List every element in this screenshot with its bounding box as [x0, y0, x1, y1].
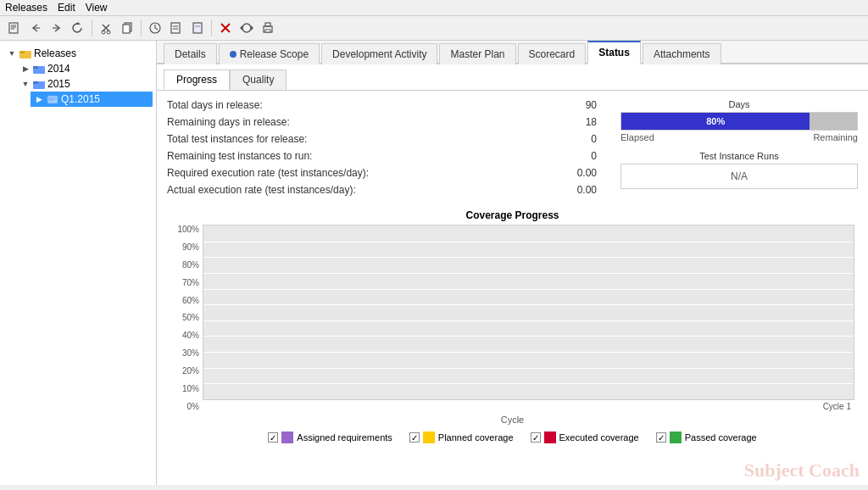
menu-view[interactable]: View — [86, 2, 108, 14]
test-runs-section: Test Instance Runs N/A — [620, 151, 858, 189]
main-layout: ▼ Releases ▶ 2014 ▼ — [0, 41, 868, 485]
chart-legend: ✓ Assigned requirements ✓ Planned covera… — [170, 432, 854, 443]
stat-remaining-days-label: Remaining days in release: — [167, 116, 553, 128]
chart-title: Coverage Progress — [170, 209, 854, 221]
stats-left: Total days in release: 90 Remaining days… — [167, 99, 604, 201]
stat-remaining-test-label: Remaining test instances to run: — [167, 150, 553, 162]
tab-bar: Details Release Scope Development Activi… — [157, 41, 868, 64]
svg-rect-29 — [33, 66, 38, 69]
stat-actual-rate: Actual execution rate (test instances/da… — [167, 184, 604, 196]
menu-bar: Releases Edit View — [0, 0, 868, 16]
y-label-100: 100% — [177, 225, 199, 234]
svg-rect-31 — [33, 81, 38, 84]
days-bar: 80% — [620, 112, 858, 131]
toolbar — [0, 16, 868, 41]
tab-attachments[interactable]: Attachments — [643, 43, 721, 64]
stat-remaining-days: Remaining days in release: 18 — [167, 116, 604, 128]
2014-folder-icon — [32, 63, 46, 75]
legend-passed-label: Passed coverage — [685, 432, 757, 443]
toolbar-cut[interactable] — [97, 19, 115, 37]
chart-x-axis: Cycle — [170, 415, 854, 425]
toolbar-copy[interactable] — [118, 19, 136, 37]
toolbar-sync[interactable] — [237, 19, 256, 37]
test-runs-value: N/A — [731, 170, 748, 182]
svg-rect-17 — [193, 23, 202, 33]
legend-planned: ✓ Planned coverage — [409, 432, 514, 443]
days-elapsed-bar: 80% — [621, 113, 810, 130]
y-label-0: 0% — [187, 402, 199, 411]
toolbar-back[interactable] — [26, 19, 45, 37]
toolbar-delete[interactable] — [216, 19, 235, 37]
legend-planned-color — [423, 432, 435, 443]
tab-release-scope[interactable]: Release Scope — [219, 43, 320, 64]
legend-executed-check[interactable]: ✓ — [531, 432, 541, 443]
stat-total-days-label: Total days in release: — [167, 99, 553, 111]
2014-toggle[interactable]: ▶ — [20, 64, 31, 74]
toolbar-new[interactable] — [5, 19, 24, 37]
releases-toggle[interactable]: ▼ — [7, 48, 17, 58]
tab-status[interactable]: Status — [587, 41, 641, 64]
2015-toggle[interactable]: ▼ — [20, 79, 31, 89]
legend-assigned-label: Assigned requirements — [297, 432, 392, 443]
stats-right: Days 80% Elapsed Remaining — [620, 99, 858, 201]
svg-rect-25 — [265, 30, 270, 32]
toolbar-forward[interactable] — [47, 19, 66, 37]
2015-label: 2015 — [47, 78, 70, 90]
chart-section: Coverage Progress 100% 90% 80% 70% 60% 5… — [167, 209, 858, 443]
chart-area: 100% 90% 80% 70% 60% 50% 40% 30% 20% 10%… — [170, 225, 854, 411]
svg-rect-0 — [9, 23, 18, 33]
stat-total-days-value: 90 — [553, 99, 604, 111]
test-runs-box: N/A — [620, 164, 858, 189]
toolbar-sep-2 — [141, 19, 142, 36]
sub-tab-quality[interactable]: Quality — [230, 70, 287, 90]
legend-passed-color — [670, 432, 682, 443]
y-label-20: 20% — [182, 366, 199, 376]
stat-total-test-value: 0 — [553, 133, 604, 145]
svg-rect-12 — [123, 25, 130, 33]
sidebar-item-2014[interactable]: ▶ 2014 — [17, 61, 153, 76]
tab-scorecard[interactable]: Scorecard — [518, 43, 587, 64]
tab-dev-activity[interactable]: Development Activity — [321, 43, 437, 64]
toolbar-print[interactable] — [259, 19, 277, 37]
days-section: Days 80% Elapsed Remaining — [620, 99, 858, 142]
menu-edit[interactable]: Edit — [58, 2, 75, 14]
days-elapsed-pct: 80% — [706, 116, 725, 126]
q12015-label: Q1.2015 — [61, 93, 100, 105]
chart-y-axis: 100% 90% 80% 70% 60% 50% 40% 30% 20% 10%… — [170, 225, 203, 411]
toolbar-refresh[interactable] — [69, 19, 87, 37]
stat-total-test: Total test instances for release: 0 — [167, 133, 604, 145]
legend-planned-check[interactable]: ✓ — [409, 432, 420, 443]
days-title: Days — [620, 99, 858, 109]
days-labels: Elapsed Remaining — [620, 132, 858, 142]
2015-children: ▶ Q1.2015 — [17, 92, 153, 107]
sub-tab-progress[interactable]: Progress — [164, 70, 230, 90]
toolbar-history[interactable] — [146, 19, 164, 37]
releases-folder-icon — [19, 47, 32, 59]
y-label-80: 80% — [182, 260, 199, 270]
toolbar-doc2[interactable] — [188, 19, 207, 37]
stat-total-days: Total days in release: 90 — [167, 99, 604, 111]
elapsed-label: Elapsed — [620, 132, 654, 142]
stat-total-test-label: Total test instances for release: — [167, 133, 553, 145]
legend-passed: ✓ Passed coverage — [656, 432, 757, 443]
legend-assigned: ✓ Assigned requirements — [268, 432, 392, 443]
sidebar-item-q12015[interactable]: ▶ Q1.2015 — [31, 92, 153, 107]
y-label-10: 10% — [182, 384, 199, 393]
toolbar-doc1[interactable] — [167, 19, 186, 37]
tab-master-plan[interactable]: Master Plan — [439, 43, 515, 64]
release-scope-dot — [230, 51, 236, 58]
menu-releases[interactable]: Releases — [5, 2, 47, 14]
sidebar-item-releases[interactable]: ▼ Releases — [3, 46, 153, 61]
stat-required-rate-label: Required execution rate (test instances/… — [167, 167, 553, 179]
stat-required-rate-value: 0.00 — [553, 167, 604, 179]
tab-details[interactable]: Details — [164, 43, 217, 64]
svg-marker-22 — [240, 25, 242, 31]
svg-rect-27 — [19, 51, 25, 53]
toolbar-sep-1 — [92, 19, 92, 36]
sidebar-item-2015[interactable]: ▼ 2015 — [17, 76, 153, 92]
sub-tab-bar: Progress Quality — [157, 64, 868, 91]
legend-passed-check[interactable]: ✓ — [656, 432, 666, 443]
legend-assigned-check[interactable]: ✓ — [268, 432, 278, 443]
stat-actual-rate-value: 0.00 — [553, 184, 604, 196]
toolbar-sep-3 — [211, 19, 212, 36]
